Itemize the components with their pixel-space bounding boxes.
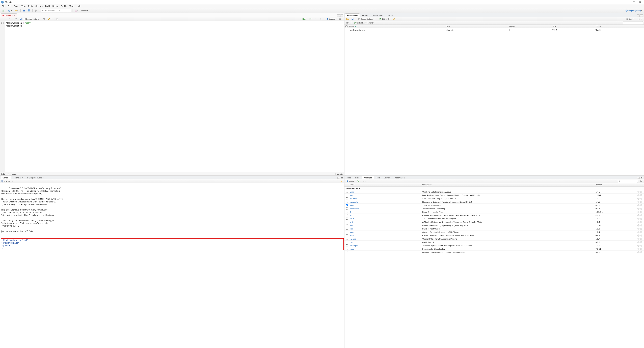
pkg-remove-icon[interactable] xyxy=(640,221,642,223)
pkg-remove-icon[interactable] xyxy=(640,211,642,213)
tab-console[interactable]: Console xyxy=(1,176,12,179)
pkg-search-input[interactable] xyxy=(618,180,638,183)
pkg-remove-icon[interactable] xyxy=(640,251,642,253)
pkg-web-icon[interactable] xyxy=(638,234,640,236)
pkg-link[interactable]: bit64 xyxy=(350,218,354,220)
env-head-name[interactable]: Name xyxy=(349,25,354,27)
env-scope-selector[interactable]: Global Environment xyxy=(353,21,375,25)
window-close-button[interactable]: ✕ xyxy=(637,0,643,4)
pkg-remove-icon[interactable] xyxy=(640,204,642,206)
menu-code[interactable]: Code xyxy=(12,5,20,8)
pkg-refresh-button[interactable] xyxy=(639,179,643,183)
source-forward-button[interactable]: ⟶ xyxy=(6,17,11,21)
new-project-button[interactable] xyxy=(8,9,13,13)
env-select-all-checkbox[interactable] xyxy=(346,25,348,27)
pkg-row-backports[interactable]: backportsReimplementations of Functions … xyxy=(344,200,644,204)
pkg-row-arm[interactable]: armData Analysis Using Regression and Mu… xyxy=(344,194,644,197)
pkg-link[interactable]: cellranger xyxy=(350,245,358,247)
env-view-selector[interactable]: Grid xyxy=(625,17,634,21)
tab-connections[interactable]: Connections xyxy=(370,14,384,17)
pkg-row-broom[interactable]: broomConvert Statistical Objects into Ti… xyxy=(344,230,644,234)
source-outline-button[interactable] xyxy=(338,17,343,21)
addins-button[interactable]: Addins xyxy=(80,9,89,13)
pkg-link[interactable]: abind xyxy=(350,191,354,193)
pkg-row-bh[interactable]: BHBoost C++ Header Files1.81.0-1 xyxy=(344,210,644,214)
pkg-web-icon[interactable] xyxy=(638,224,640,226)
tab-tutorial[interactable]: Tutorial xyxy=(385,14,395,17)
menu-tools[interactable]: Tools xyxy=(68,5,76,8)
tab-presentation[interactable]: Presentation xyxy=(392,176,406,179)
pkg-remove-icon[interactable] xyxy=(640,248,642,250)
pkg-head-name[interactable]: Name xyxy=(348,183,421,186)
pkg-remove-icon[interactable] xyxy=(640,238,642,240)
pkg-checkbox[interactable] xyxy=(346,228,348,230)
env-lang-selector[interactable]: R xyxy=(346,21,350,25)
console-clear-button[interactable] xyxy=(339,179,343,183)
pkg-checkbox[interactable] xyxy=(346,244,348,246)
pkg-remove-icon[interactable] xyxy=(640,224,642,226)
pkg-remove-icon[interactable] xyxy=(640,228,642,230)
pkg-row-askpass[interactable]: askpassSafe Password Entry for R, Git, a… xyxy=(344,197,644,200)
terminal-close-icon[interactable]: ✕ xyxy=(22,177,23,179)
source-run-button[interactable]: Source xyxy=(325,17,337,21)
source-editor[interactable]: 1 2 Medienvertrauen <- "hoch" Medienvert… xyxy=(0,21,344,172)
pkg-web-icon[interactable] xyxy=(638,245,640,247)
pkg-row-bit[interactable]: bitClasses and Methods for Fast Memory-E… xyxy=(344,214,644,217)
env-head-value[interactable]: Value xyxy=(595,25,644,28)
pkg-web-icon[interactable] xyxy=(638,214,640,216)
pkg-row-base[interactable]: baseThe R Base Package4.3.0 xyxy=(344,204,644,207)
env-search-input[interactable] xyxy=(623,21,643,24)
scope-selector[interactable]: (Top Level) xyxy=(8,173,18,175)
import-dataset-button[interactable]: Import Dataset xyxy=(358,17,375,21)
open-file-button[interactable] xyxy=(14,9,19,13)
pkg-link[interactable]: broom xyxy=(350,231,355,233)
source-minimize-button[interactable] xyxy=(337,15,340,17)
pkg-checkbox[interactable] xyxy=(346,224,348,226)
pkg-web-icon[interactable] xyxy=(638,221,640,223)
pkg-row-class[interactable]: classFunctions for Classification7.3-21 xyxy=(344,247,644,251)
console-body[interactable]: R version 4.3.0 (2023-04-21 ucrt) -- "Al… xyxy=(0,183,344,348)
pkg-row-bit64[interactable]: bit64A S3 Class for Vectors of 64bit Int… xyxy=(344,217,644,220)
menu-file[interactable]: File xyxy=(0,5,6,8)
source-save-button[interactable] xyxy=(18,17,23,21)
pkg-link[interactable]: arm xyxy=(350,194,353,196)
menu-edit[interactable]: Edit xyxy=(6,5,12,8)
env-clear-button[interactable] xyxy=(392,17,396,21)
pkg-remove-icon[interactable] xyxy=(640,231,642,233)
pkg-web-icon[interactable] xyxy=(638,198,640,200)
tab-files[interactable]: Files xyxy=(345,176,353,179)
pkg-web-icon[interactable] xyxy=(638,231,640,233)
menu-profile[interactable]: Profile xyxy=(60,5,68,8)
menu-build[interactable]: Build xyxy=(44,5,51,8)
pkg-checkbox[interactable] xyxy=(346,201,348,203)
pkg-remove-icon[interactable] xyxy=(640,208,642,210)
pkg-row-boot[interactable]: bootBootstrap Functions (Originally by A… xyxy=(344,224,644,227)
pkg-web-icon[interactable] xyxy=(638,211,640,213)
pkg-web-icon[interactable] xyxy=(638,251,640,253)
pkg-row-cellranger[interactable]: cellrangerTranslate Spreadsheet Cell Ran… xyxy=(344,244,644,247)
find-button[interactable] xyxy=(42,17,46,21)
pkg-web-icon[interactable] xyxy=(638,191,640,193)
pkg-row-cachem[interactable]: cachemCache R Objects with Automatic Pru… xyxy=(344,237,644,241)
run-button[interactable]: Run xyxy=(299,17,306,21)
pkg-checkbox[interactable] xyxy=(346,211,348,213)
pkg-row-bslib[interactable]: bslibCustom 'Bootstrap' 'Sass' Themes fo… xyxy=(344,234,644,237)
console-maximize-button[interactable] xyxy=(340,177,343,179)
source-back-button[interactable]: ⟵ xyxy=(1,17,5,21)
tools-grid-button[interactable] xyxy=(74,9,79,13)
pkg-checkbox[interactable] xyxy=(346,251,348,253)
memory-button[interactable]: 123 MiB xyxy=(378,17,391,21)
print-button[interactable] xyxy=(34,9,38,13)
pkg-link[interactable]: backports xyxy=(350,201,358,203)
source-popout-button[interactable] xyxy=(14,17,18,21)
project-selector[interactable]: R Project: (None) xyxy=(624,9,643,13)
pkg-link[interactable]: class xyxy=(350,248,354,250)
source-code[interactable]: Medienvertrauen <- "hoch" Medienvertraue… xyxy=(5,21,344,172)
menu-help[interactable]: Help xyxy=(76,5,82,8)
pkg-row-abind[interactable]: abindCombine Multidimensional Arrays1.4-… xyxy=(344,190,644,194)
tab-background-jobs[interactable]: Background Jobs✕ xyxy=(26,176,46,179)
pkg-web-icon[interactable] xyxy=(638,201,640,203)
pkg-web-icon[interactable] xyxy=(638,204,640,206)
pkg-minimize-button[interactable] xyxy=(637,177,640,179)
step-down-button[interactable]: ⤓ xyxy=(319,17,322,21)
